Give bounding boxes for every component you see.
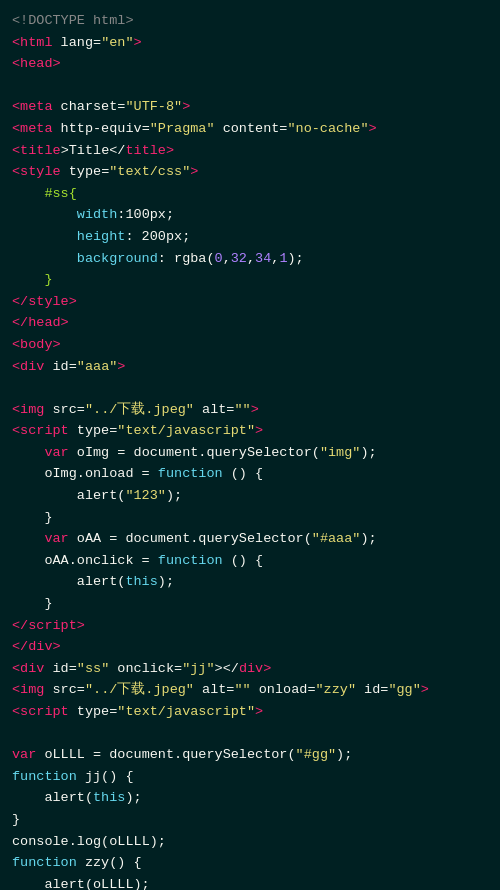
code-line: var oImg = document.querySelector("img")…: [12, 442, 488, 464]
code-line: oImg.onload = function () {: [12, 463, 488, 485]
code-line: height: 200px;: [12, 226, 488, 248]
code-line: <meta http-equiv="Pragma" content="no-ca…: [12, 118, 488, 140]
code-line: [12, 377, 488, 399]
code-line: <style type="text/css">: [12, 161, 488, 183]
code-line: </script>: [12, 615, 488, 637]
code-line: oAA.onclick = function () {: [12, 550, 488, 572]
code-line: var oAA = document.querySelector("#aaa")…: [12, 528, 488, 550]
code-line: #ss{: [12, 183, 488, 205]
code-line: alert(oLLLL);: [12, 874, 488, 890]
code-line: <head>: [12, 53, 488, 75]
code-line: <!DOCTYPE html>: [12, 10, 488, 32]
code-line: [12, 75, 488, 97]
code-line: <div id="ss" onclick="jj"></div>: [12, 658, 488, 680]
code-line: alert(this);: [12, 571, 488, 593]
code-line: <script type="text/javascript">: [12, 420, 488, 442]
code-line: </div>: [12, 636, 488, 658]
code-line: width:100px;: [12, 204, 488, 226]
code-line: }: [12, 507, 488, 529]
code-line: }: [12, 809, 488, 831]
code-line: <html lang="en">: [12, 32, 488, 54]
code-line: alert("123");: [12, 485, 488, 507]
code-line: function zzy() {: [12, 852, 488, 874]
code-line: <div id="aaa">: [12, 356, 488, 378]
code-line: }: [12, 593, 488, 615]
code-line: }: [12, 269, 488, 291]
code-line: console.log(oLLLL);: [12, 831, 488, 853]
code-line: <img src="../下载.jpeg" alt="">: [12, 399, 488, 421]
code-line: </head>: [12, 312, 488, 334]
code-line: var oLLLL = document.querySelector("#gg"…: [12, 744, 488, 766]
code-line: <img src="../下载.jpeg" alt="" onload="zzy…: [12, 679, 488, 701]
code-line: <body>: [12, 334, 488, 356]
code-line: alert(this);: [12, 787, 488, 809]
code-line: [12, 723, 488, 745]
code-line: </style>: [12, 291, 488, 313]
code-line: background: rgba(0,32,34,1);: [12, 248, 488, 270]
code-line: <meta charset="UTF-8">: [12, 96, 488, 118]
code-editor: <!DOCTYPE html><html lang="en"><head> <m…: [12, 10, 488, 890]
code-line: <title>Title</title>: [12, 140, 488, 162]
code-line: <script type="text/javascript">: [12, 701, 488, 723]
code-line: function jj() {: [12, 766, 488, 788]
